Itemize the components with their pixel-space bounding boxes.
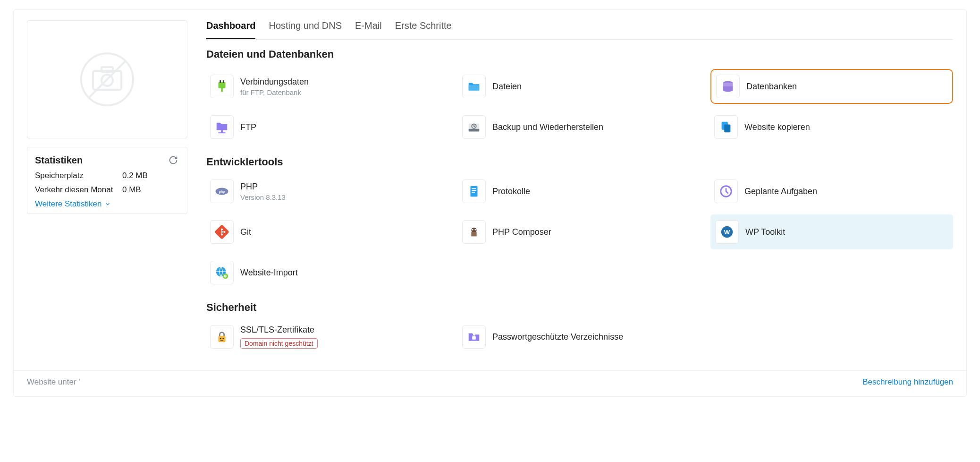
tile-ssl[interactable]: SSL/TLS-Zertifikate Domain nicht geschüt… xyxy=(206,322,449,351)
stat-disk-label: Speicherplatz xyxy=(35,171,122,180)
tile-backup[interactable]: Backup und Wiederherstellen xyxy=(458,112,701,142)
more-stats-label: Weitere Statistiken xyxy=(35,199,101,209)
stat-disk-value: 0.2 MB xyxy=(122,171,148,180)
svg-text:php: php xyxy=(219,190,225,194)
svg-point-32 xyxy=(474,229,476,231)
tabs: Dashboard Hosting und DNS E-Mail Erste S… xyxy=(206,20,953,40)
plug-icon xyxy=(215,79,229,94)
tile-connection-info[interactable]: Verbindungsdaten für FTP, Datenbank xyxy=(206,69,449,104)
clock-icon xyxy=(719,184,733,198)
stat-traffic-label: Verkehr diesen Monat xyxy=(35,185,122,195)
sidebar: Statistiken Speicherplatz 0.2 MB Verkehr… xyxy=(27,20,187,366)
svg-rect-37 xyxy=(219,336,226,342)
more-stats-link[interactable]: Weitere Statistiken xyxy=(35,199,179,209)
tile-scheduled-tasks[interactable]: Geplante Aufgaben xyxy=(710,177,953,206)
tile-git[interactable]: Git xyxy=(206,214,449,249)
tile-label: Geplante Aufgaben xyxy=(744,187,817,197)
svg-point-38 xyxy=(220,338,221,339)
svg-rect-12 xyxy=(219,132,226,133)
database-icon xyxy=(721,79,735,94)
tile-label: Dateien xyxy=(492,82,522,92)
tile-php[interactable]: php PHP Version 8.3.13 xyxy=(206,177,449,206)
globe-import-icon xyxy=(215,265,229,280)
tab-dashboard[interactable]: Dashboard xyxy=(206,20,255,39)
tile-label: Website-Import xyxy=(240,268,298,278)
tile-php-composer[interactable]: PHP Composer xyxy=(458,214,701,249)
svg-text:W: W xyxy=(724,229,730,236)
svg-rect-22 xyxy=(472,190,476,191)
svg-rect-9 xyxy=(469,85,480,90)
refresh-icon xyxy=(169,155,178,165)
card-footer: Website unter ' Beschreibung hinzufügen xyxy=(14,370,966,387)
no-camera-icon xyxy=(79,51,135,108)
svg-rect-2 xyxy=(101,67,113,72)
tile-label: Git xyxy=(240,227,251,237)
tile-label: SSL/TLS-Zertifikate xyxy=(240,325,318,335)
ssl-warning-badge: Domain nicht geschützt xyxy=(240,338,318,349)
svg-rect-7 xyxy=(223,80,224,83)
tab-email[interactable]: E-Mail xyxy=(355,20,382,39)
tile-sublabel: für FTP, Datenbank xyxy=(240,88,309,96)
main-content: Dashboard Hosting und DNS E-Mail Erste S… xyxy=(206,20,953,366)
tile-sublabel: Version 8.3.13 xyxy=(240,193,286,201)
add-description-link[interactable]: Beschreibung hinzufügen xyxy=(862,377,953,387)
site-preview-placeholder[interactable] xyxy=(27,20,187,138)
tile-label: Protokolle xyxy=(492,187,530,197)
stats-box: Statistiken Speicherplatz 0.2 MB Verkehr… xyxy=(27,147,187,214)
document-icon xyxy=(467,184,481,198)
composer-icon xyxy=(467,225,481,239)
svg-rect-23 xyxy=(472,192,475,193)
stat-traffic: Verkehr diesen Monat 0 MB xyxy=(35,185,179,195)
svg-point-31 xyxy=(472,229,473,231)
backup-icon xyxy=(467,120,481,134)
refresh-stats-button[interactable] xyxy=(167,154,179,166)
svg-rect-17 xyxy=(724,124,730,132)
stats-title: Statistiken xyxy=(35,155,83,166)
svg-rect-6 xyxy=(220,80,221,83)
tile-databases[interactable]: Datenbanken xyxy=(710,69,953,104)
tile-logs[interactable]: Protokolle xyxy=(458,177,701,206)
tab-first-steps[interactable]: Erste Schritte xyxy=(395,20,452,39)
tile-files[interactable]: Dateien xyxy=(458,69,701,104)
lock-icon xyxy=(215,330,229,344)
tile-website-import[interactable]: Website-Import xyxy=(206,258,449,287)
copy-site-icon xyxy=(719,120,733,134)
svg-rect-8 xyxy=(221,88,223,92)
git-icon xyxy=(215,225,229,239)
tile-label: PHP Composer xyxy=(492,227,551,237)
wordpress-icon: W xyxy=(720,225,734,239)
locked-folder-icon xyxy=(467,330,481,344)
svg-rect-40 xyxy=(472,336,476,340)
section-files-db: Dateien und Datenbanken xyxy=(206,48,953,60)
tile-label: PHP xyxy=(240,182,286,192)
svg-rect-14 xyxy=(469,129,480,132)
svg-rect-30 xyxy=(471,232,476,236)
section-security: Sicherheit xyxy=(206,301,953,314)
tile-label: FTP xyxy=(240,122,256,132)
tile-label: WP Toolkit xyxy=(745,227,785,237)
tile-copy-website[interactable]: Website kopieren xyxy=(710,112,953,142)
stat-traffic-value: 0 MB xyxy=(122,185,141,195)
tile-label: Backup und Wiederherstellen xyxy=(492,122,603,132)
tile-password-dirs[interactable]: Passwortgeschützte Verzeichnisse xyxy=(458,322,701,351)
footer-website-path: Website unter ' xyxy=(27,377,80,387)
chevron-down-icon xyxy=(104,201,111,207)
stat-disk: Speicherplatz 0.2 MB xyxy=(35,171,179,180)
php-icon: php xyxy=(215,184,229,198)
tile-label: Passwortgeschützte Verzeichnisse xyxy=(492,332,623,342)
tile-label: Verbindungsdaten xyxy=(240,77,309,87)
domain-card: Statistiken Speicherplatz 0.2 MB Verkehr… xyxy=(13,9,967,397)
svg-rect-21 xyxy=(472,188,476,189)
folder-icon xyxy=(467,79,481,94)
tab-hosting-dns[interactable]: Hosting und DNS xyxy=(269,20,342,39)
svg-rect-5 xyxy=(219,82,226,88)
section-dev-tools: Entwicklertools xyxy=(206,156,953,168)
ftp-folder-icon xyxy=(215,120,229,134)
tile-label: Website kopieren xyxy=(744,122,810,132)
tile-label: Datenbanken xyxy=(746,82,797,92)
svg-rect-20 xyxy=(471,186,478,197)
tile-ftp[interactable]: FTP xyxy=(206,112,449,142)
tile-wp-toolkit[interactable]: W WP Toolkit xyxy=(710,214,953,249)
svg-point-39 xyxy=(222,338,224,339)
